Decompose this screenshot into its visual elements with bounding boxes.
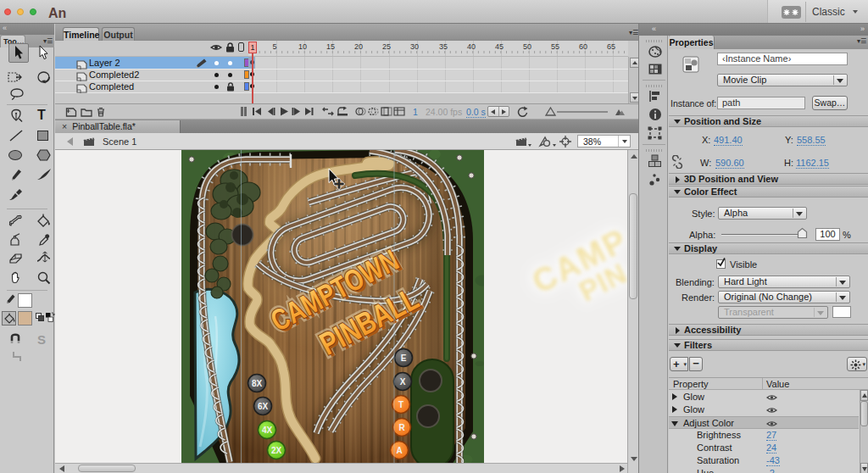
svg-text:6X: 6X	[258, 402, 269, 411]
svg-text:R: R	[398, 423, 405, 432]
svg-text:8X: 8X	[252, 379, 263, 388]
svg-text:4X: 4X	[262, 426, 273, 435]
svg-text:T: T	[398, 400, 403, 409]
svg-text:2X: 2X	[271, 446, 282, 455]
svg-text:A: A	[396, 446, 402, 455]
svg-text:X: X	[400, 377, 406, 387]
svg-text:E: E	[401, 353, 407, 363]
